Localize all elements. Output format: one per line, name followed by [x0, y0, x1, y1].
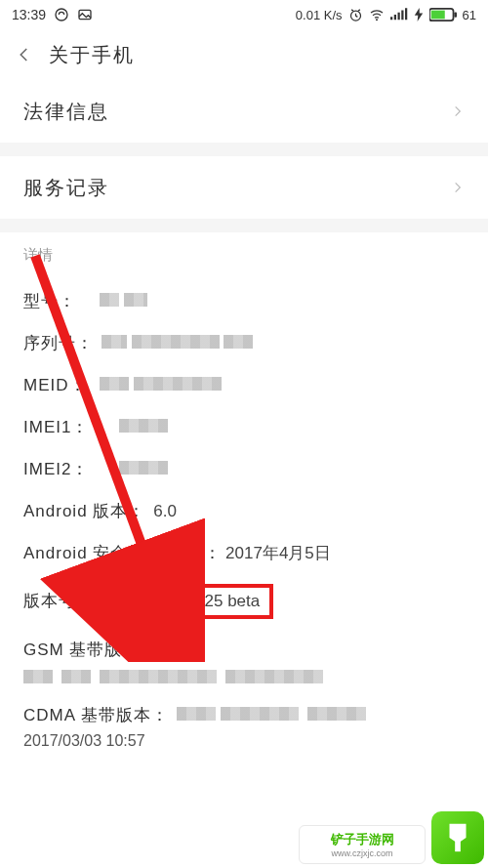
- detail-imei2: IMEI2：: [23, 448, 465, 490]
- status-right: 0.01 K/s 61: [296, 7, 476, 22]
- picture-icon: [77, 7, 93, 22]
- detail-value: Flyme 6.7.7.25 beta: [113, 592, 260, 610]
- watermark-name: 铲子手游网: [331, 831, 394, 848]
- detail-serial: 序列号：: [23, 322, 465, 364]
- redacted-value: [102, 335, 127, 349]
- detail-label: IMEI1：: [23, 416, 92, 438]
- chevron-right-icon: [451, 104, 465, 118]
- svg-rect-7: [401, 11, 403, 21]
- detail-value: 2017年4月5日: [225, 542, 331, 564]
- detail-label: CDMA 基带版本：: [23, 704, 169, 726]
- redacted-value: [100, 377, 129, 391]
- data-speed: 0.01 K/s: [296, 8, 343, 22]
- detail-label: Android 版本：: [23, 500, 145, 522]
- redacted-value: [307, 707, 366, 721]
- detail-build-number[interactable]: 版本号： Flyme 6.7.7.25 beta: [23, 574, 465, 629]
- detail-label: IMEI2：: [23, 458, 92, 480]
- lightning-icon: [414, 8, 424, 21]
- redacted-value: [61, 670, 91, 683]
- section-gap: [0, 219, 488, 232]
- wifi-icon: [369, 7, 385, 22]
- sync-icon: [54, 7, 69, 22]
- page-header: 关于手机: [0, 29, 488, 80]
- redacted-value: [23, 670, 53, 683]
- battery-icon: [429, 8, 457, 21]
- svg-point-0: [56, 9, 67, 21]
- redacted-value: [221, 707, 299, 721]
- detail-label: Android 安全补: [23, 542, 145, 564]
- battery-pct: 61: [463, 8, 476, 22]
- svg-rect-5: [393, 15, 395, 20]
- detail-cdma-baseband: CDMA 基带版本： 2017/03/03 10:57: [23, 694, 465, 760]
- redacted-value: [119, 461, 168, 475]
- redacted-value: [177, 707, 216, 721]
- detail-value-line2: 2017/03/03 10:57: [23, 732, 465, 750]
- detail-label: GSM 基带版本：: [23, 639, 157, 661]
- details-body: 型号： 序列号： MEID： IMEI1： IMEI2： Android 版本：…: [0, 274, 488, 760]
- detail-label-suffix: 日期：: [171, 542, 221, 564]
- status-time: 13:39: [12, 7, 46, 22]
- status-left: 13:39: [12, 7, 93, 22]
- redacted-value: [224, 335, 253, 349]
- watermark-url: www.czjxjc.com: [331, 848, 392, 858]
- svg-rect-8: [405, 8, 407, 20]
- nav-section: 法律信息 服务记录: [0, 80, 488, 232]
- detail-value: 6.0: [153, 502, 177, 521]
- detail-label: 型号：: [23, 290, 92, 312]
- redacted-value: [132, 335, 220, 349]
- detail-android-version[interactable]: Android 版本： 6.0: [23, 490, 465, 532]
- watermarks: 铲子手游网 www.czjxjc.com: [299, 811, 484, 864]
- detail-meid: MEID：: [23, 364, 465, 406]
- redacted-value: [100, 293, 119, 307]
- redacted-value: [134, 377, 222, 391]
- svg-rect-6: [397, 13, 399, 21]
- detail-model: 型号：: [23, 280, 465, 322]
- status-bar: 13:39 0.01 K/s 61: [0, 0, 488, 29]
- svg-point-3: [376, 19, 378, 21]
- detail-security-patch: Android 安全补 日期： 2017年4月5日: [23, 532, 465, 574]
- back-icon[interactable]: [16, 46, 33, 63]
- highlight-box: Flyme 6.7.7.25 beta: [100, 584, 273, 619]
- nav-legal-info[interactable]: 法律信息: [0, 80, 488, 143]
- redacted-value: [119, 419, 168, 433]
- detail-imei1: IMEI1：: [23, 406, 465, 448]
- chevron-right-icon: [451, 181, 465, 194]
- svg-rect-11: [454, 12, 457, 17]
- detail-label: MEID：: [23, 374, 92, 396]
- redacted-value: [124, 293, 147, 307]
- nav-label: 法律信息: [23, 99, 109, 125]
- details-section-header: 详情: [0, 232, 488, 274]
- svg-rect-14: [455, 841, 461, 851]
- watermark-logo: [431, 811, 484, 864]
- redacted-value: [225, 670, 323, 683]
- nav-label: 服务记录: [23, 175, 109, 201]
- signal-icon: [390, 8, 408, 21]
- alarm-icon: [348, 8, 363, 22]
- detail-label: 序列号：: [23, 332, 94, 354]
- section-gap: [0, 143, 488, 156]
- detail-label: 版本号：: [23, 590, 94, 612]
- watermark-site: 铲子手游网 www.czjxjc.com: [299, 825, 426, 864]
- svg-rect-4: [390, 17, 392, 20]
- svg-rect-10: [430, 11, 444, 20]
- page-title: 关于手机: [49, 42, 135, 68]
- redacted-value: [100, 670, 217, 683]
- detail-gsm-baseband: GSM 基带版本：: [23, 629, 465, 694]
- nav-service-record[interactable]: 服务记录: [0, 156, 488, 219]
